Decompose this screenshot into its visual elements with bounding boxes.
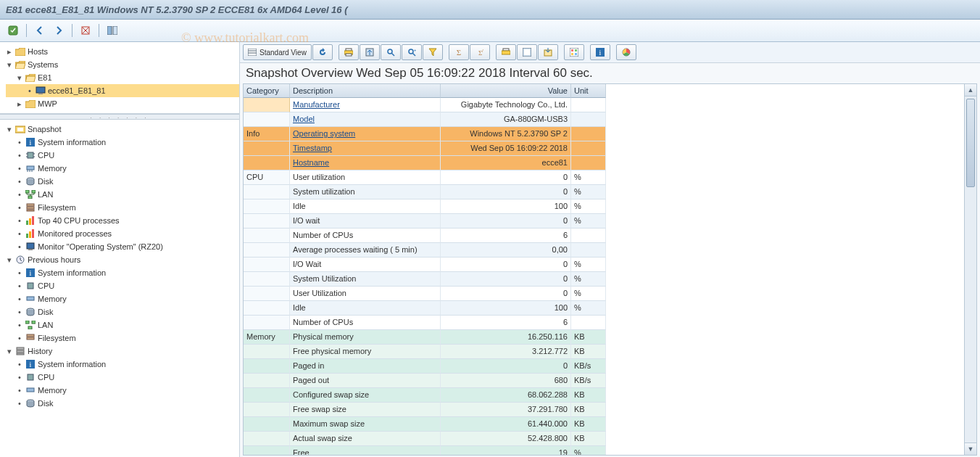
svg-rect-55	[248, 49, 257, 56]
svg-rect-7	[38, 93, 43, 94]
tree-monos[interactable]: •Monitor "Operating System" (RZ20)	[6, 240, 239, 253]
col-unit[interactable]: Unit	[571, 84, 606, 98]
cell-description: I/O Wait	[290, 258, 441, 272]
cell-description: Maximum swap size	[290, 417, 441, 432]
cell-category	[244, 432, 290, 446]
tree-label: Disk	[38, 177, 53, 186]
tree-ph-filesystem[interactable]: •Filesystem	[6, 332, 239, 345]
cell-description: Configured swap size	[290, 388, 441, 403]
tree-disk[interactable]: •Disk	[6, 175, 239, 188]
tree-hi-sysinfo[interactable]: •iSystem information	[6, 358, 239, 371]
findnext-button[interactable]: +	[402, 44, 422, 60]
tree-monproc[interactable]: •Monitored processes	[6, 227, 239, 240]
svg-text:i: i	[599, 49, 601, 57]
tree-snapshot[interactable]: ▾ Snapshot	[6, 123, 239, 136]
tree-ph-disk[interactable]: •Disk	[6, 305, 239, 318]
tree-label: Snapshot	[28, 125, 61, 133]
menu-button[interactable]	[4, 22, 22, 39]
cell-description[interactable]: Timestamp	[290, 141, 441, 156]
col-description[interactable]: Description	[290, 84, 441, 98]
tree-systems[interactable]: ▾ Systems	[6, 58, 239, 71]
tree-ph-cpu[interactable]: •CPU	[6, 279, 239, 292]
svg-rect-40	[27, 297, 34, 300]
cancel-button[interactable]	[77, 22, 94, 39]
cell-description[interactable]: Operating system	[290, 127, 441, 141]
layout-button[interactable]	[104, 22, 121, 39]
sum-button[interactable]: Σ	[449, 44, 469, 60]
tree-mwp[interactable]: ▸ MWP	[6, 97, 239, 110]
cell-category	[244, 112, 290, 127]
cell-description: Free	[290, 446, 441, 456]
data-table: Category Description Value Unit Manufact…	[243, 83, 977, 456]
standard-view-button[interactable]: Standard View	[243, 44, 312, 60]
print2-button[interactable]	[496, 44, 516, 60]
forward-button[interactable]	[50, 22, 67, 39]
svg-text:Σ: Σ	[457, 48, 461, 57]
cell-unit: %	[571, 170, 606, 185]
tree-label: Memory	[38, 164, 67, 173]
tree-memory[interactable]: •Memory	[6, 162, 239, 175]
cell-value: 19	[441, 446, 571, 456]
tree-sysinfo[interactable]: •iSystem information	[6, 136, 239, 149]
find-button[interactable]	[381, 44, 401, 60]
tree-e81[interactable]: ▾ E81	[6, 71, 239, 84]
cell-description: Actual swap size	[290, 432, 441, 446]
cell-description[interactable]: Hostname	[290, 156, 441, 170]
tree-hosts[interactable]: ▸ Hosts	[6, 45, 239, 58]
col-category[interactable]: Category	[244, 84, 290, 98]
export-button[interactable]	[360, 44, 380, 60]
cell-unit: KB	[571, 345, 606, 359]
export2-button[interactable]	[538, 44, 558, 60]
cell-unit	[571, 141, 606, 156]
tree-ecce81[interactable]: • ecce81_E81_81	[6, 84, 239, 97]
alv-toolbar: Standard View + Σ Σ/ i	[240, 42, 980, 63]
tree-label: Disk	[38, 399, 53, 408]
memory-icon	[25, 163, 36, 173]
processes-icon	[25, 215, 36, 226]
cell-description: Number of CPUs	[290, 228, 441, 243]
tree-top40[interactable]: •Top 40 CPU processes	[6, 214, 239, 227]
cell-value: 3.212.772	[441, 345, 571, 359]
view-button[interactable]	[517, 44, 537, 60]
cell-category	[244, 403, 290, 417]
cell-value: 0	[441, 170, 571, 185]
scroll-down-icon[interactable]: ▼	[965, 442, 976, 455]
back-button[interactable]	[31, 22, 49, 39]
svg-rect-42	[25, 321, 29, 324]
layout-chooser-button[interactable]	[564, 44, 584, 60]
tree-history[interactable]: ▾ History	[6, 345, 239, 358]
cpu-icon	[25, 372, 36, 382]
graphic-button[interactable]	[616, 44, 636, 60]
cell-description: Number of CPUs	[290, 316, 441, 330]
subtotal-button[interactable]: Σ/	[470, 44, 490, 60]
svg-rect-43	[32, 321, 36, 324]
svg-rect-27	[27, 210, 34, 211]
cell-unit: %	[571, 185, 606, 199]
cell-value: 100	[441, 199, 571, 214]
tree-lan[interactable]: •LAN	[6, 188, 239, 201]
vertical-scrollbar[interactable]: ▲ ▼	[964, 84, 976, 455]
scroll-up-icon[interactable]: ▲	[965, 84, 976, 96]
cell-unit	[571, 316, 606, 330]
tree-hi-cpu[interactable]: •CPU	[6, 371, 239, 384]
tree-cpu[interactable]: •CPU	[6, 149, 239, 162]
col-value[interactable]: Value	[441, 84, 571, 98]
tree-label: CPU	[38, 151, 54, 160]
info-button[interactable]: i	[590, 44, 610, 60]
tree-splitter[interactable]: · · · · · · ·	[0, 114, 239, 120]
tree-prevhours[interactable]: ▾ Previous hours	[6, 253, 239, 266]
cell-description[interactable]: Model	[290, 112, 441, 127]
tree-label: Filesystem	[38, 203, 76, 212]
scroll-thumb[interactable]	[966, 99, 975, 187]
tree-ph-memory[interactable]: •Memory	[6, 292, 239, 305]
tree-hi-memory[interactable]: •Memory	[6, 384, 239, 397]
tree-ph-lan[interactable]: •LAN	[6, 318, 239, 332]
print-button[interactable]	[339, 44, 359, 60]
tree-filesystem[interactable]: •Filesystem	[6, 201, 239, 214]
cell-description: I/O wait	[290, 214, 441, 228]
refresh-button[interactable]	[312, 44, 333, 60]
tree-hi-disk[interactable]: •Disk	[6, 397, 239, 410]
tree-ph-sysinfo[interactable]: •iSystem information	[6, 266, 239, 279]
filter-button[interactable]	[423, 44, 443, 60]
cell-description[interactable]: Manufacturer	[290, 98, 441, 112]
